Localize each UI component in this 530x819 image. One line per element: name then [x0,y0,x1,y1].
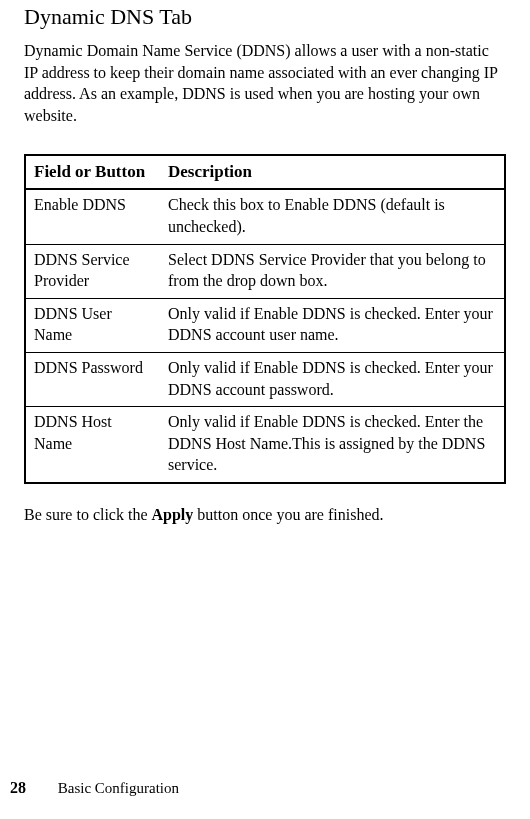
field-cell: Enable DDNS [25,189,160,244]
field-cell: DDNS User Name [25,298,160,352]
closing-pre: Be sure to click the [24,506,152,523]
table-row: Enable DDNS Check this box to Enable DDN… [25,189,505,244]
desc-cell: Only valid if Enable DDNS is checked. En… [160,407,505,483]
page-footer: 28 Basic Configuration [10,779,179,797]
page-number: 28 [10,779,26,796]
table-header-row: Field or Button Description [25,155,505,189]
field-cell: DDNS Host Name [25,407,160,483]
desc-cell: Only valid if Enable DDNS is checked. En… [160,352,505,406]
table-row: DDNS Service Provider Select DDNS Servic… [25,244,505,298]
desc-cell: Select DDNS Service Provider that you be… [160,244,505,298]
closing-post: button once you are finished. [193,506,383,523]
table-row: DDNS Password Only valid if Enable DDNS … [25,352,505,406]
header-description: Description [160,155,505,189]
section-name: Basic Configuration [58,780,179,796]
ddns-table: Field or Button Description Enable DDNS … [24,154,506,484]
section-heading: Dynamic DNS Tab [24,4,506,30]
desc-cell: Check this box to Enable DDNS (default i… [160,189,505,244]
header-field: Field or Button [25,155,160,189]
field-cell: DDNS Password [25,352,160,406]
closing-paragraph: Be sure to click the Apply button once y… [24,506,506,524]
intro-paragraph: Dynamic Domain Name Service (DDNS) allow… [24,40,506,126]
table-row: DDNS User Name Only valid if Enable DDNS… [25,298,505,352]
closing-bold: Apply [152,506,194,523]
table-row: DDNS Host Name Only valid if Enable DDNS… [25,407,505,483]
desc-cell: Only valid if Enable DDNS is checked. En… [160,298,505,352]
field-cell: DDNS Service Provider [25,244,160,298]
